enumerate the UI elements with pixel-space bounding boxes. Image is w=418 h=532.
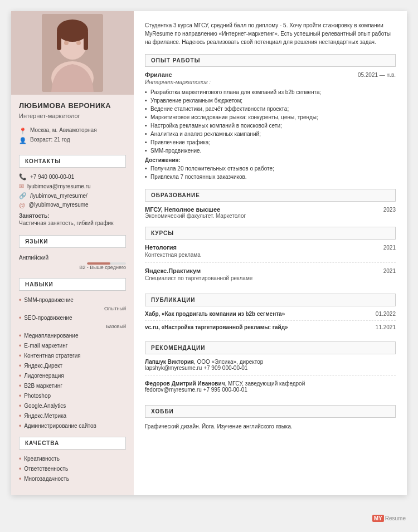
duty-item: Привлечение трафика; (145, 138, 396, 147)
rec-entry: Федоров Дмитрий Иванович, МГСУ, заведующ… (145, 380, 396, 397)
publications-container: Хабр, «Как продвигать компании из b2b се… (145, 311, 396, 334)
duty-item: Аналитика и анализ рекламных кампаний; (145, 130, 396, 138)
resume-container: ЛЮБИМОВА ВЕРОНИКА Интернет-маркетолог 📍 … (11, 11, 407, 495)
edu-detail: Экономический факультет. Маркетолог (145, 213, 396, 219)
email-icon: ✉ (19, 183, 24, 190)
recommendations-container: Лапшук Виктория, ООО «Элсика», директорl… (145, 359, 396, 397)
left-column: ЛЮБИМОВА ВЕРОНИКА Интернет-маркетолог 📍 … (11, 11, 134, 495)
email-item: ✉ lyubimova@myresume.ru (11, 182, 134, 191)
qualities-header: КАЧЕСТВА (19, 437, 126, 450)
rec-contact: lapshyk@myresume.ru +7 909 000-00-01 (145, 365, 396, 371)
name-block: ЛЮБИМОВА ВЕРОНИКА Интернет-маркетолог (11, 95, 134, 124)
duty-item: Ведение статистики, расчёт эффективности… (145, 105, 396, 113)
skill-item: Photoshop (11, 391, 134, 401)
course-detail: Контекстная реклама (145, 252, 396, 258)
skill-level: Опытный (11, 305, 134, 313)
hobbies-section: ХОББИ Графический дизайн. Йога. Изучение… (145, 405, 396, 431)
svg-rect-5 (84, 31, 88, 50)
edu-section: ОБРАЗОВАНИЕ МГСУ, Неполное высшее2023Эко… (145, 189, 396, 219)
recommendations-section: РЕКОМЕНДАЦИИ Лапшук Виктория, ООО «Элсик… (145, 341, 396, 397)
hobbies-text: Графический дизайн. Йога. Изучение англи… (145, 422, 396, 431)
skills-header: НАВЫКИ (19, 278, 126, 291)
age-item: 👤 Возраст: 21 год (19, 136, 126, 144)
edu-container: МГСУ, Неполное высшее2023Экономический ф… (145, 206, 396, 219)
instagram-icon: @ (19, 202, 25, 208)
job-company: Фриланс (145, 71, 172, 78)
job-subtitle: Интернет-маркетолог : (145, 79, 396, 85)
location-item: 📍 Москва, м. Авиамоторная (19, 127, 126, 135)
location-icon: 📍 (19, 128, 27, 135)
skill-item: SMM-продвижение (11, 295, 134, 305)
edu-year: 2023 (383, 207, 396, 213)
phone-item: 📞 +7 940 000-00-01 (11, 172, 134, 182)
pub-row: vc.ru, «Настройка таргетированной реклам… (145, 324, 396, 330)
quality-item: Креативность (11, 454, 134, 464)
edu-row: МГСУ, Неполное высшее2023 (145, 206, 396, 213)
achievement-item: Привлекла 7 постоянных заказчиков. (145, 173, 396, 181)
linkedin-icon: 🔗 (19, 192, 27, 199)
employment-block: Занятость: Частичная занятость, гибкий г… (11, 209, 134, 230)
skill-item: Контентная стратегия (11, 351, 134, 361)
pub-entry: vc.ru, «Настройка таргетированной реклам… (145, 324, 396, 334)
job-date: 05.2021 — н.в. (358, 72, 396, 78)
pub-entry: Хабр, «Как продвигать компании из b2b се… (145, 311, 396, 321)
work-section: ОПЫТ РАБОТЫ Фриланс05.2021 — н.в.Интерне… (145, 54, 396, 181)
pub-title: vc.ru, «Настройка таргетированной реклам… (145, 324, 288, 330)
achievements-list: Получила 20 положительных отзывов о рабо… (145, 164, 396, 181)
skill-item: Медиапланирование (11, 331, 134, 341)
duty-item: SMM-продвижение. (145, 147, 396, 155)
job-entry: Фриланс05.2021 — н.в.Интернет-маркетолог… (145, 71, 396, 181)
svg-point-6 (64, 41, 69, 45)
courses-section: КУРСЫ Нетология2021Контекстная рекламаЯн… (145, 227, 396, 286)
rec-name: Федоров Дмитрий Иванович, МГСУ, заведующ… (145, 380, 396, 387)
hobbies-header: ХОББИ (145, 405, 396, 418)
pub-title: Хабр, «Как продвигать компании из b2b се… (145, 311, 285, 317)
skills-container: SMM-продвижениеОпытныйSEO-продвижениеБаз… (11, 295, 134, 431)
achievements-label: Достижения: (145, 157, 396, 163)
edu-institution: МГСУ, Неполное высшее (145, 206, 220, 213)
course-row: Яндекс.Практикум2021 (145, 267, 396, 274)
skill-level: Базовый (11, 323, 134, 331)
phone-icon: 📞 (19, 173, 27, 180)
course-year: 2021 (383, 268, 396, 274)
job-duties-list: Разработка маркетингового плана для комп… (145, 88, 396, 155)
rec-contact: fedorov@myresume.ru +7 995 000-00-01 (145, 387, 396, 393)
quality-item: Ответственность (11, 464, 134, 474)
summary: Студентка 3 курса МГСУ, средний балл по … (145, 21, 396, 46)
course-row: Нетология2021 (145, 244, 396, 251)
course-year: 2021 (383, 245, 396, 251)
photo-area (11, 11, 134, 95)
pub-date: 01.2022 (376, 311, 396, 317)
skill-item: Яндекс.Метрика (11, 411, 134, 421)
courses-header: КУРСЫ (145, 227, 396, 240)
work-container: Фриланс05.2021 — н.в.Интернет-маркетолог… (145, 71, 396, 181)
age-icon: 👤 (19, 137, 27, 144)
skill-item: Лидогенерация (11, 371, 134, 381)
publications-header: ПУБЛИКАЦИИ (145, 294, 396, 306)
course-detail: Специалист по таргетированной рекламе (145, 275, 396, 281)
avatar (42, 14, 103, 92)
rec-name: Лапшук Виктория, ООО «Элсика», директор (145, 359, 396, 365)
achievement-item: Получила 20 положительных отзывов о рабо… (145, 164, 396, 173)
instagram-item: @ @lyubimova_myresume (11, 201, 134, 209)
skill-item: Яндекс.Директ (11, 361, 134, 371)
duty-item: Настройка рекламных компаний в поисковой… (145, 121, 396, 130)
skill-item: E-mail маркетинг (11, 341, 134, 351)
course-entry: Яндекс.Практикум2021Специалист по таргет… (145, 267, 396, 286)
languages-header: ЯЗЫКИ (19, 235, 126, 248)
edu-header: ОБРАЗОВАНИЕ (145, 189, 396, 202)
pub-row: Хабр, «Как продвигать компании из b2b се… (145, 311, 396, 317)
skill-item: B2B маркетинг (11, 381, 134, 391)
duty-item: Управление рекламным бюджетом; (145, 96, 396, 105)
svg-rect-4 (57, 31, 61, 50)
location-block: 📍 Москва, м. Авиамоторная 👤 Возраст: 21 … (11, 124, 134, 149)
course-entry: Нетология2021Контекстная реклама (145, 244, 396, 263)
right-column: Студентка 3 курса МГСУ, средний балл по … (134, 11, 407, 495)
svg-point-3 (57, 19, 88, 42)
publications-section: ПУБЛИКАЦИИ Хабр, «Как продвигать компани… (145, 294, 396, 334)
skill-item: Google.Analytics (11, 401, 134, 411)
svg-point-7 (76, 41, 81, 45)
duty-item: Маркетинговое исследование рынка: конкур… (145, 113, 396, 121)
position: Интернет-маркетолог (19, 113, 126, 119)
rec-entry: Лапшук Виктория, ООО «Элсика», директорl… (145, 359, 396, 376)
